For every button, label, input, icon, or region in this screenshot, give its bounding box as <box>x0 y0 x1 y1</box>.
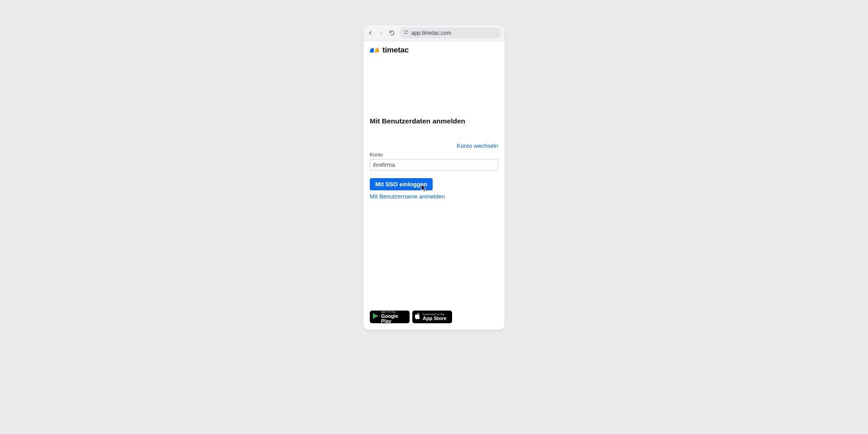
url-text: app.timetac.com <box>411 30 451 36</box>
browser-window: app.timetac.com timetac Mit Benutzerdate… <box>363 25 505 330</box>
username-login-link[interactable]: Mit Benutzername anmelden <box>370 193 498 200</box>
brand-logo-icon <box>369 47 380 53</box>
forward-icon <box>378 30 384 36</box>
account-label: Konto <box>370 152 498 157</box>
reload-icon[interactable] <box>389 30 395 36</box>
google-play-small: GET IT ON <box>381 311 407 313</box>
brand-name: timetac <box>382 46 409 55</box>
account-input[interactable] <box>370 159 498 171</box>
sso-login-button[interactable]: Mit SSO einloggen <box>370 178 433 190</box>
browser-toolbar: app.timetac.com <box>363 25 505 41</box>
switch-account-link[interactable]: Konto wechseln <box>457 142 498 149</box>
app-store-badge[interactable]: Download on the App Store <box>412 311 452 323</box>
login-form: Mit Benutzerdaten anmelden Konto wechsel… <box>363 117 505 200</box>
app-store-badges: GET IT ON Google Play Download on the Ap… <box>370 311 452 323</box>
page-content: timetac Mit Benutzerdaten anmelden Konto… <box>363 41 505 330</box>
google-play-badge[interactable]: GET IT ON Google Play <box>370 311 410 323</box>
svg-point-1 <box>405 33 406 34</box>
apple-icon <box>415 313 420 321</box>
svg-point-0 <box>406 31 407 32</box>
login-heading: Mit Benutzerdaten anmelden <box>370 117 498 125</box>
google-play-big: Google Play <box>381 314 407 324</box>
back-icon[interactable] <box>367 30 373 36</box>
url-bar[interactable]: app.timetac.com <box>400 28 501 38</box>
app-store-big: App Store <box>423 316 447 321</box>
page-background: app.timetac.com timetac Mit Benutzerdate… <box>5 5 863 429</box>
site-settings-icon[interactable] <box>403 29 409 36</box>
brand-header: timetac <box>363 41 505 55</box>
google-play-icon <box>373 312 379 321</box>
